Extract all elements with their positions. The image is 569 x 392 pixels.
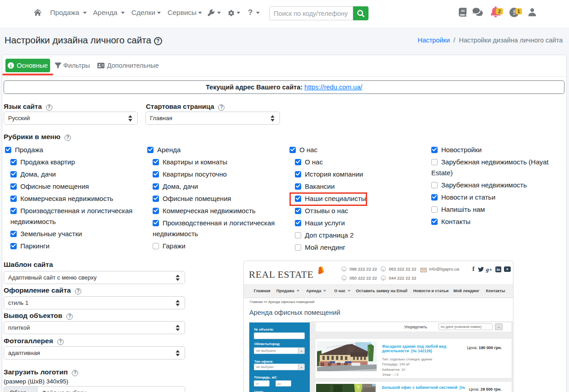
- svg-text:in: in: [497, 267, 500, 272]
